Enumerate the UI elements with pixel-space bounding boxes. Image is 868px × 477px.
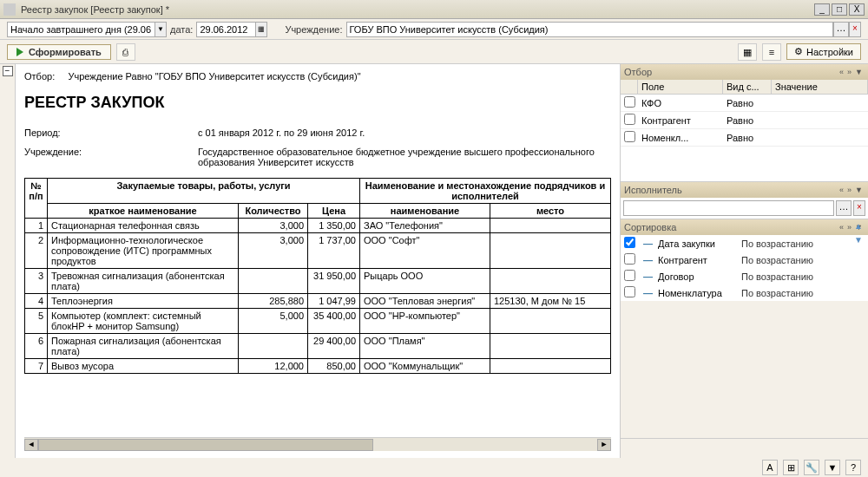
executor-panel-header[interactable]: Исполнитель «»▼	[621, 182, 868, 198]
col-qty: Количество	[239, 204, 308, 219]
filter-checkbox[interactable]	[624, 96, 635, 108]
sort-row[interactable]: —Дата закупкиПо возрастанию	[621, 235, 868, 252]
tool-5[interactable]: ?	[845, 460, 861, 475]
tool-3[interactable]: 🔧	[804, 460, 819, 475]
sort-row[interactable]: —ДоговорПо возрастанию	[621, 268, 868, 284]
app-icon	[3, 3, 16, 16]
scroll-thumb[interactable]	[38, 439, 373, 451]
col-loc: место	[490, 204, 611, 219]
sort-checkbox[interactable]	[624, 253, 635, 265]
filter-checkbox[interactable]	[624, 114, 635, 125]
window-title: Реестр закупок [Реестр закупок] *	[21, 4, 814, 15]
col-supname: наименование	[360, 204, 490, 219]
sort-move-down[interactable]: ▼	[852, 235, 865, 247]
parameter-bar: ▼ дата: ▦ Учреждение: … ×	[0, 19, 868, 40]
sort-checkbox[interactable]	[624, 270, 635, 281]
dropdown-icon[interactable]: ▼	[853, 68, 865, 76]
settings-panel: Отбор « » ▼ Поле Вид с... Значение КФОРа…	[620, 64, 868, 458]
col-suppliers: Наименование и местонахождение подрядчик…	[360, 179, 611, 204]
executor-input[interactable]	[623, 200, 834, 216]
executor-clear-button[interactable]: ×	[853, 200, 865, 216]
report-area[interactable]: Отбор: Учреждение Равно "ГОБУ ВПО Универ…	[16, 64, 620, 458]
report-title: РЕЕСТР ЗАКУПОК	[24, 94, 611, 112]
print-button[interactable]: ⎙	[116, 43, 135, 61]
date-dropdown[interactable]: ▦	[255, 22, 267, 37]
institution-input[interactable]	[346, 22, 833, 37]
status-toolbar: A ⊞ 🔧 ▼ ?	[762, 460, 861, 475]
institution-label: Учреждение:	[285, 24, 342, 35]
col-no: № п/п	[25, 179, 48, 219]
filter-text: Учреждение Равно "ГОБУ ВПО Университет и…	[68, 71, 360, 82]
view-button[interactable]: ≡	[762, 43, 781, 61]
play-icon	[16, 48, 23, 56]
close-button[interactable]: X	[849, 3, 865, 16]
inst-value: Государственное образовательное бюджетно…	[198, 147, 611, 167]
institution-clear-button[interactable]: ×	[849, 22, 861, 37]
tool-4[interactable]: ▼	[825, 460, 840, 475]
start-day-dropdown[interactable]: ▼	[155, 22, 167, 37]
table-row[interactable]: 5Компьютер (комплект: системный блокHP +…	[25, 309, 611, 334]
toolbar: Сформировать ⎙ ▦ ≡ ⚙ Настройки	[0, 40, 868, 64]
filter-checkbox[interactable]	[624, 131, 635, 142]
period-label: Период:	[24, 127, 198, 138]
gear-icon: ⚙	[794, 46, 803, 57]
report-scrollbar-horizontal[interactable]: ◄ ►	[24, 437, 611, 451]
inst-label: Учреждение:	[24, 147, 198, 167]
table-row[interactable]: 3Тревожная сигнализация (абонентская пла…	[25, 269, 611, 294]
outline-gutter: −	[0, 64, 16, 458]
scroll-right[interactable]: ►	[597, 439, 611, 451]
table-row[interactable]: 6Пожарная сигнализация (абонентская плат…	[25, 334, 611, 359]
executor-choose-button[interactable]: …	[836, 200, 852, 216]
scroll-left[interactable]: ◄	[24, 439, 38, 451]
settings-label: Настройки	[806, 47, 853, 57]
col-price: Цена	[308, 204, 360, 219]
grid-button[interactable]: ▦	[738, 43, 757, 61]
chevron-right-icon[interactable]: »	[845, 68, 853, 76]
filter-row[interactable]: Номенкл...Равно	[621, 129, 868, 147]
sort-panel-header[interactable]: Сортировка «»▼	[621, 219, 868, 235]
sort-move-up[interactable]: ▲	[852, 221, 865, 233]
filter-row[interactable]: КФОРавно	[621, 95, 868, 112]
maximize-button[interactable]: □	[832, 3, 847, 16]
tool-2[interactable]: ⊞	[783, 460, 799, 475]
titlebar: Реестр закупок [Реестр закупок] * _ □ X	[0, 0, 868, 19]
start-day-combo[interactable]	[7, 22, 155, 37]
filter-row[interactable]: КонтрагентРавно	[621, 112, 868, 129]
sort-row[interactable]: —НоменклатураПо возрастанию	[621, 284, 868, 301]
settings-button[interactable]: ⚙ Настройки	[786, 43, 861, 60]
collapse-toggle[interactable]: −	[3, 66, 13, 76]
table-row[interactable]: 4Теплоэнергия285,8801 047,99ООО "Теплова…	[25, 294, 611, 309]
run-report-button[interactable]: Сформировать	[7, 44, 111, 60]
period-value: с 01 января 2012 г. по 29 июня 2012 г.	[198, 127, 611, 138]
date-label: дата:	[170, 24, 193, 35]
col-short: краткое наименование	[48, 204, 239, 219]
sort-checkbox[interactable]	[624, 286, 635, 297]
filter-prefix: Отбор:	[24, 71, 55, 82]
sort-row[interactable]: —КонтрагентПо возрастанию	[621, 252, 868, 268]
chevron-left-icon[interactable]: «	[838, 68, 845, 76]
institution-choose-button[interactable]: …	[833, 22, 849, 37]
filter-panel-header[interactable]: Отбор « » ▼	[621, 64, 868, 80]
date-input[interactable]	[196, 22, 255, 37]
run-label: Сформировать	[29, 47, 102, 57]
sort-checkbox[interactable]	[624, 237, 635, 248]
minimize-button[interactable]: _	[814, 3, 830, 16]
col-goods: Закупаемые товары, работы, услуги	[48, 179, 360, 204]
report-table: № п/п Закупаемые товары, работы, услуги …	[24, 178, 611, 374]
table-row[interactable]: 7Вывоз мусора12,000850,00ООО "Коммунальщ…	[25, 359, 611, 374]
tool-1[interactable]: A	[762, 460, 778, 475]
table-row[interactable]: 1Стационарная телефонная связь3,0001 350…	[25, 219, 611, 233]
table-row[interactable]: 2Информационно-технологическое сопровожд…	[25, 233, 611, 269]
filter-grid-header: Поле Вид с... Значение	[621, 80, 868, 95]
